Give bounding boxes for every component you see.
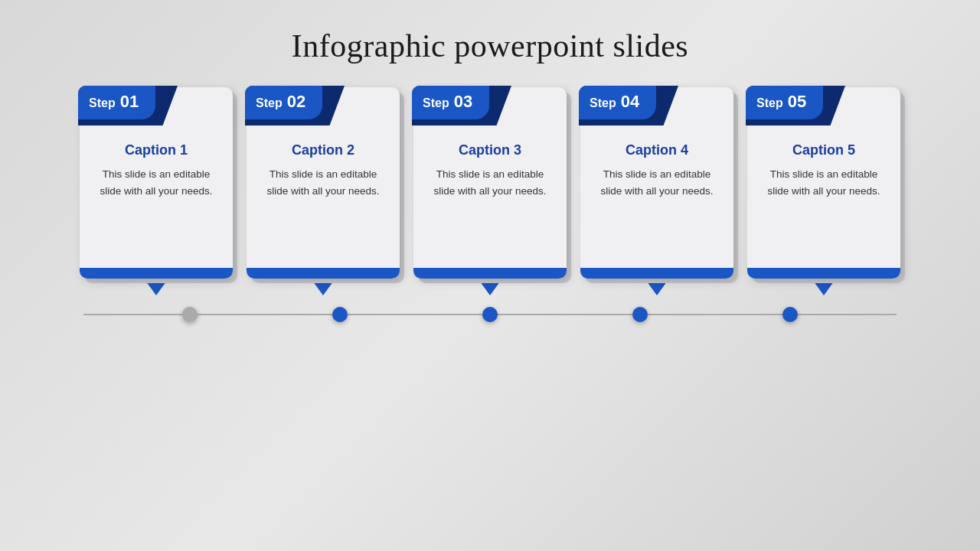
caption-body-4: This slide is an editable slide with all… [593, 166, 721, 199]
timeline [38, 295, 942, 334]
card-bottom-bar-4 [580, 268, 733, 279]
step-card-5[interactable]: Step05Caption 5This slide is an editable… [747, 87, 900, 279]
step-number-5: 05 [788, 92, 806, 112]
steps-row: Step01Caption 1This slide is an editable… [38, 87, 942, 295]
step-badge-3: Step03 [412, 86, 489, 119]
step-card-1[interactable]: Step01Caption 1This slide is an editable… [80, 87, 233, 279]
caption-title-5: Caption 5 [760, 142, 888, 158]
caption-title-1: Caption 1 [92, 142, 220, 158]
timeline-dot-1 [182, 307, 198, 322]
step-number-1: 01 [120, 92, 139, 112]
card-content-1: Caption 1This slide is an editable slide… [92, 142, 220, 211]
card-bottom-bar-1 [80, 268, 233, 279]
step-wrapper-3: Step03Caption 3This slide is an editable… [413, 87, 567, 295]
step-badge-5: Step05 [746, 86, 823, 119]
step-label-3: Step [423, 96, 449, 110]
card-bottom-bar-3 [413, 268, 567, 279]
infographic-container: Step01Caption 1This slide is an editable… [38, 87, 942, 334]
card-bottom-bar-5 [747, 268, 900, 279]
step-number-2: 02 [287, 92, 305, 112]
timeline-dot-3 [482, 307, 498, 322]
caption-body-3: This slide is an editable slide with all… [426, 166, 554, 199]
timeline-dot-2 [332, 307, 348, 322]
step-badge-2: Step02 [245, 86, 322, 119]
step-wrapper-4: Step04Caption 4This slide is an editable… [580, 87, 733, 295]
step-wrapper-2: Step02Caption 2This slide is an editable… [247, 87, 400, 295]
step-badge-1: Step01 [78, 86, 155, 119]
caption-body-2: This slide is an editable slide with all… [259, 166, 387, 199]
step-wrapper-5: Step05Caption 5This slide is an editable… [747, 87, 900, 295]
timeline-dots [38, 307, 942, 322]
step-label-5: Step [756, 96, 783, 110]
step-label-1: Step [89, 96, 116, 110]
caption-title-3: Caption 3 [426, 142, 554, 158]
step-label-2: Step [256, 96, 283, 110]
card-content-2: Caption 2This slide is an editable slide… [259, 142, 387, 211]
step-card-4[interactable]: Step04Caption 4This slide is an editable… [580, 87, 733, 279]
step-number-3: 03 [454, 92, 472, 112]
page-title: Infographic powerpoint slides [292, 28, 688, 64]
caption-body-1: This slide is an editable slide with all… [92, 166, 220, 199]
caption-title-2: Caption 2 [259, 142, 387, 158]
step-wrapper-1: Step01Caption 1This slide is an editable… [80, 87, 233, 295]
card-bottom-bar-2 [247, 268, 400, 279]
step-card-2[interactable]: Step02Caption 2This slide is an editable… [247, 87, 400, 279]
card-content-4: Caption 4This slide is an editable slide… [593, 142, 721, 211]
step-label-4: Step [590, 96, 616, 110]
step-card-3[interactable]: Step03Caption 3This slide is an editable… [413, 87, 567, 279]
caption-body-5: This slide is an editable slide with all… [760, 166, 888, 199]
step-number-4: 04 [621, 92, 639, 112]
timeline-dot-4 [632, 307, 648, 322]
step-badge-4: Step04 [579, 86, 656, 119]
caption-title-4: Caption 4 [593, 142, 721, 158]
timeline-dot-5 [782, 307, 798, 322]
card-content-5: Caption 5This slide is an editable slide… [760, 142, 888, 211]
card-content-3: Caption 3This slide is an editable slide… [426, 142, 554, 211]
